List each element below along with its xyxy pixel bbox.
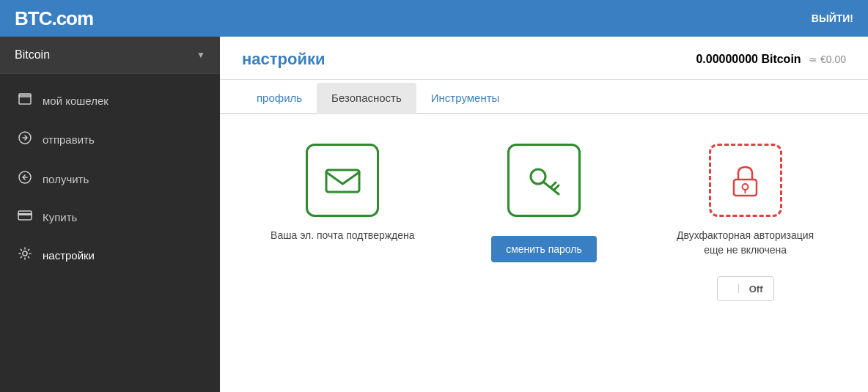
balance-display: 0.00000000 Bitcoin ≃ €0.00: [696, 53, 846, 66]
tab-security[interactable]: Безопасность: [317, 83, 416, 114]
tabs-container: профиль Безопасность Инструменты: [220, 83, 868, 114]
sidebar-nav: мой кошелек отправить по: [0, 74, 220, 275]
balance-amount: 0.00000000 Bitcoin: [696, 53, 801, 65]
sidebar-item-settings[interactable]: настройки: [0, 235, 220, 275]
send-icon: [18, 131, 32, 147]
sidebar: Bitcoin ▼ мой кошелек: [0, 37, 220, 392]
svg-rect-5: [18, 213, 32, 215]
two-factor-item: Двухфакторная авторизация еще не включен…: [672, 144, 819, 301]
change-password-action: сменить пароль: [491, 236, 597, 262]
sidebar-item-wallet[interactable]: мой кошелек: [0, 81, 220, 119]
change-password-button[interactable]: сменить пароль: [491, 236, 597, 262]
logout-button[interactable]: ВЫЙТИ!: [812, 12, 853, 24]
sidebar-item-send-label: отправить: [43, 133, 95, 146]
receive-icon: [18, 171, 32, 187]
email-icon-box: [306, 144, 379, 217]
sidebar-item-receive-label: получить: [43, 173, 89, 185]
two-factor-icon-box: [709, 144, 782, 217]
site-logo: BTC.com: [15, 7, 93, 30]
password-change-item: сменить пароль: [471, 144, 617, 262]
email-verification-item: Ваша эл. почта подтверждена: [269, 144, 416, 243]
sidebar-item-buy-label: Купить: [43, 211, 77, 223]
sidebar-item-wallet-label: мой кошелек: [43, 95, 108, 107]
content-header: настройки 0.00000000 Bitcoin ≃ €0.00: [220, 37, 868, 80]
balance-approx: ≃ €0.00: [809, 53, 846, 65]
password-icon-box: [507, 144, 581, 217]
buy-icon: [18, 210, 32, 223]
wallet-icon: [18, 93, 32, 108]
content-area: настройки 0.00000000 Bitcoin ≃ €0.00 про…: [220, 37, 868, 392]
page-title: настройки: [242, 50, 325, 69]
tab-tools[interactable]: Инструменты: [416, 83, 515, 114]
security-panel: Ваша эл. почта подтверждена сменить паро…: [220, 114, 868, 392]
tab-profile[interactable]: профиль: [242, 83, 317, 114]
chevron-down-icon: ▼: [196, 50, 205, 60]
svg-point-10: [743, 184, 749, 190]
bitcoin-selector-label: Bitcoin: [15, 48, 50, 62]
sidebar-item-receive[interactable]: получить: [0, 159, 220, 199]
sidebar-item-buy[interactable]: Купить: [0, 199, 220, 235]
settings-icon: [18, 247, 32, 263]
main-layout: Bitcoin ▼ мой кошелек: [0, 37, 868, 392]
svg-point-6: [23, 251, 27, 256]
header: BTC.com ВЫЙТИ!: [0, 0, 868, 37]
toggle-on-label[interactable]: [718, 284, 739, 293]
sidebar-item-settings-label: настройки: [43, 249, 95, 262]
toggle-off-label[interactable]: Off: [739, 279, 773, 299]
email-verified-label: Ваша эл. почта подтверждена: [271, 229, 414, 243]
sidebar-item-send[interactable]: отправить: [0, 119, 220, 159]
bitcoin-selector[interactable]: Bitcoin ▼: [0, 37, 220, 74]
two-factor-toggle[interactable]: Off: [717, 276, 774, 301]
svg-rect-7: [326, 170, 359, 192]
two-factor-label: Двухфакторная авторизация еще не включен…: [677, 229, 814, 257]
